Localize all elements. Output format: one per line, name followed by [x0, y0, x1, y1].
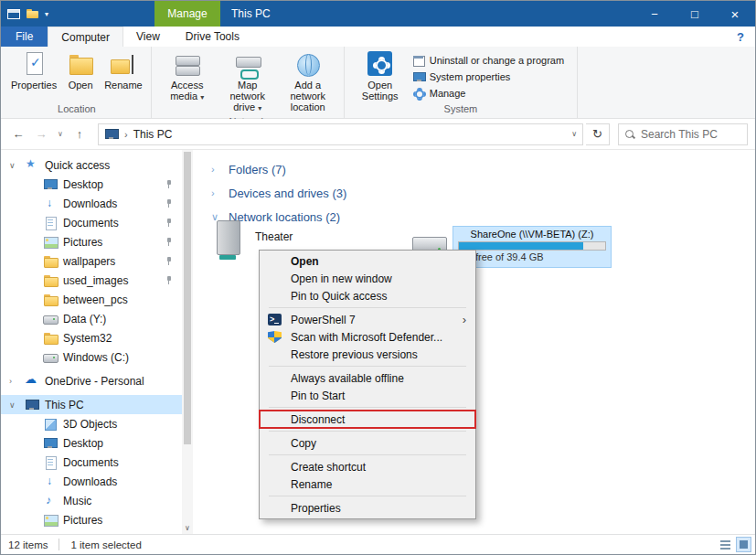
group-title: Devices and drives (3)	[229, 187, 346, 200]
recent-locations-chevron-icon[interactable]: ∨	[54, 130, 67, 138]
menu-item[interactable]: Restore previous versions	[260, 346, 475, 363]
sidebar-item[interactable]: Pictures	[1, 232, 182, 251]
tab-view[interactable]: View	[123, 27, 173, 47]
group-header[interactable]: Folders (7)	[211, 157, 755, 181]
menu-item[interactable]: Open in new window	[260, 270, 475, 287]
sidebar-item[interactable]: Data (Y:)	[1, 309, 182, 328]
sidebar-item[interactable]: This PC	[1, 395, 182, 414]
sidebar-item[interactable]: OneDrive - Personal	[1, 371, 182, 390]
menu-item[interactable]: PowerShell 7	[260, 311, 475, 328]
open-button[interactable]: Open	[59, 49, 101, 101]
sidebar-item[interactable]: Pictures	[1, 510, 182, 529]
scroll-down-icon[interactable]: ∨	[182, 524, 193, 532]
menu-item[interactable]: Open	[260, 252, 475, 270]
status-divider	[59, 539, 59, 550]
rename-button[interactable]: Rename	[101, 49, 145, 101]
menu-item[interactable]: Rename	[260, 475, 475, 493]
defender-icon	[268, 331, 282, 343]
tab-file[interactable]: File	[1, 27, 48, 47]
menu-item[interactable]: Scan with Microsoft Defender...	[260, 328, 475, 346]
menu-item[interactable]: Properties	[260, 499, 475, 517]
address-dropdown-icon[interactable]: ∨	[571, 130, 577, 138]
sidebar-item[interactable]: wallpapers	[1, 251, 182, 271]
sidebar-item[interactable]: Downloads	[1, 194, 182, 213]
menu-item-label: Properties	[291, 502, 341, 515]
scrollbar-thumb[interactable]	[184, 152, 191, 444]
expand-chevron-icon[interactable]	[9, 377, 20, 386]
menu-item-label: Restore previous versions	[291, 348, 418, 361]
menu-item[interactable]: Pin to Start	[260, 387, 475, 404]
menu-item-icon	[268, 290, 282, 302]
pin-icon	[165, 219, 173, 228]
folder-icon	[43, 332, 58, 345]
menu-item[interactable]: Pin to Quick access	[260, 287, 475, 304]
qat-folder-icon[interactable]	[27, 9, 38, 18]
system-properties-button[interactable]: System properties	[410, 70, 571, 83]
maximize-button[interactable]: □	[675, 1, 715, 27]
sidebar-item-label: Quick access	[45, 159, 110, 172]
open-settings-button[interactable]: Open Settings	[350, 49, 410, 101]
tab-drive-tools[interactable]: Drive Tools	[173, 27, 252, 47]
dropdown-arrow-icon: ▾	[200, 93, 204, 101]
sidebar-item[interactable]: between_pcs	[1, 290, 182, 309]
group-chevron-icon[interactable]	[211, 187, 220, 198]
expand-chevron-icon[interactable]	[9, 400, 20, 410]
help-icon[interactable]: ?	[737, 30, 744, 44]
large-icons-view-button[interactable]	[736, 537, 751, 552]
sidebar-item[interactable]: Windows (C:)	[1, 347, 182, 367]
sidebar-item[interactable]: 3D Objects	[1, 414, 182, 433]
menu-item-label: Scan with Microsoft Defender...	[291, 331, 442, 344]
pin-icon	[165, 238, 173, 247]
access-media-button[interactable]: Access media ▾	[157, 49, 218, 114]
music-icon	[43, 495, 58, 507]
menu-item[interactable]: Copy	[260, 434, 475, 452]
search-box[interactable]	[618, 123, 748, 145]
sidebar-item-label: 3D Objects	[63, 418, 117, 431]
sidebar-item[interactable]: Desktop	[1, 433, 182, 453]
sidebar-item[interactable]: Documents	[1, 213, 182, 232]
tab-computer[interactable]: Computer	[48, 27, 123, 47]
open-folder-icon	[65, 50, 96, 80]
search-input[interactable]	[641, 128, 741, 141]
back-button[interactable]: ←	[8, 127, 28, 141]
sidebar-item[interactable]: Documents	[1, 453, 182, 472]
breadcrumb-item[interactable]: This PC	[133, 128, 173, 141]
group-header[interactable]: Devices and drives (3)	[211, 181, 755, 205]
sidebar-item[interactable]: Downloads	[1, 472, 182, 491]
sidebar-item-label: Downloads	[63, 475, 117, 488]
refresh-button[interactable]: ↻	[586, 123, 610, 145]
sidebar-scrollbar[interactable]: ∨	[182, 150, 193, 534]
sidebar-item[interactable]: used_images	[1, 271, 182, 290]
pictures-icon	[43, 514, 58, 527]
access-media-icon	[172, 50, 203, 80]
minimize-button[interactable]: −	[634, 1, 675, 27]
menu-item[interactable]: Create shortcut	[260, 458, 475, 475]
menu-item[interactable]: Disconnect	[260, 411, 475, 428]
manage-button[interactable]: Manage	[410, 87, 571, 100]
desktop-icon	[43, 437, 58, 450]
sidebar-item-label: Documents	[63, 456, 119, 469]
sidebar-item[interactable]: Quick access	[1, 155, 182, 175]
group-chevron-icon[interactable]	[211, 164, 220, 175]
sidebar-item[interactable]: System32	[1, 328, 182, 347]
close-button[interactable]: ×	[715, 1, 755, 27]
context-menu: Open Open in new window Pin to Quick acc…	[259, 250, 476, 519]
menu-item[interactable]: Always available offline	[260, 369, 475, 387]
sidebar-item[interactable]: Desktop	[1, 175, 182, 194]
map-network-drive-button[interactable]: Map network drive ▾	[218, 49, 278, 114]
sidebar-item-label: Pictures	[63, 236, 102, 249]
sidebar-item[interactable]: Music	[1, 491, 182, 510]
uninstall-program-button[interactable]: Uninstall or change a program	[410, 54, 571, 67]
add-network-location-button[interactable]: Add a network location	[278, 49, 338, 114]
expand-chevron-icon[interactable]	[9, 161, 20, 170]
folder-icon	[43, 274, 58, 287]
up-button[interactable]: ↑	[69, 127, 90, 141]
forward-button[interactable]: →	[31, 127, 51, 141]
properties-button[interactable]: Properties	[8, 49, 59, 101]
sidebar-item-label: Desktop	[63, 437, 103, 450]
menu-item-label: Rename	[291, 478, 332, 491]
qat-customize-chevron-icon[interactable]: ▾	[45, 10, 48, 18]
details-view-button[interactable]	[718, 537, 733, 552]
address-bar[interactable]: › This PC ∨	[98, 123, 583, 145]
manage-contextual-tab[interactable]: Manage	[154, 1, 220, 27]
